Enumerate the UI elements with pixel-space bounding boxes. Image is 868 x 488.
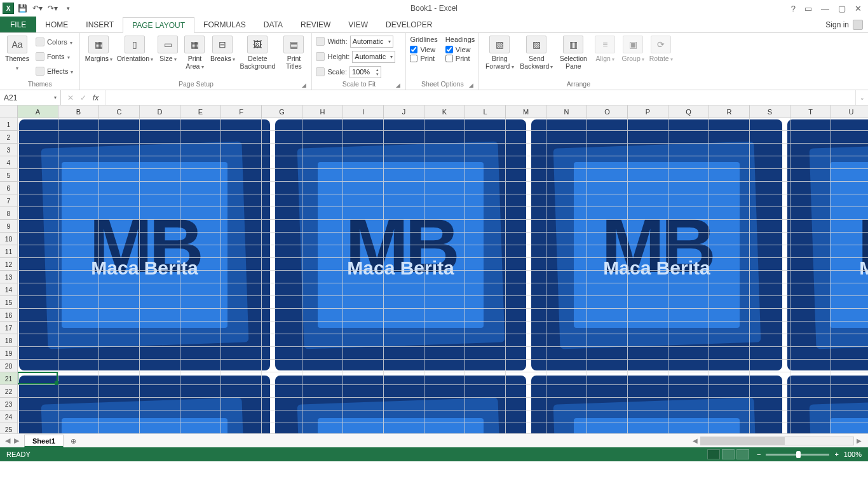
- qat-undo-icon[interactable]: ↶▾: [31, 1, 44, 15]
- column-header[interactable]: I: [343, 105, 384, 118]
- headings-print-checkbox[interactable]: Print: [445, 55, 475, 62]
- row-header[interactable]: 7: [0, 194, 18, 207]
- row-header[interactable]: 25: [0, 423, 18, 433]
- row-header[interactable]: 1: [0, 118, 18, 131]
- zoom-in-button[interactable]: +: [834, 451, 838, 458]
- column-header[interactable]: T: [790, 105, 831, 118]
- fx-icon[interactable]: fx: [93, 93, 98, 102]
- zoom-out-button[interactable]: −: [757, 451, 761, 458]
- ribbon-display-icon[interactable]: ▭: [804, 4, 812, 13]
- fill-handle[interactable]: [55, 381, 58, 385]
- selected-cell[interactable]: [17, 372, 58, 384]
- selection-pane-button[interactable]: ▥Selection Pane: [557, 34, 590, 70]
- scroll-right-icon[interactable]: ▶: [854, 437, 864, 444]
- row-header[interactable]: 5: [0, 169, 18, 182]
- column-header[interactable]: E: [180, 105, 221, 118]
- column-header[interactable]: M: [506, 105, 546, 118]
- row-headers[interactable]: 1234567891011121314151617181920212223242…: [0, 118, 18, 433]
- height-select[interactable]: Automatic▾: [352, 51, 395, 63]
- column-header[interactable]: P: [628, 105, 668, 118]
- row-header[interactable]: 2: [0, 131, 18, 144]
- tab-review[interactable]: REVIEW: [292, 17, 339, 32]
- tab-insert[interactable]: INSERT: [77, 17, 123, 32]
- column-header[interactable]: R: [709, 105, 750, 118]
- view-page-layout-button[interactable]: [722, 449, 735, 459]
- sheet-nav-next-icon[interactable]: ▶: [14, 437, 19, 445]
- colors-button[interactable]: Colors: [33, 36, 76, 48]
- tab-data[interactable]: DATA: [255, 17, 292, 32]
- headings-view-checkbox[interactable]: View: [445, 46, 475, 53]
- effects-button[interactable]: Effects: [33, 65, 76, 78]
- column-header[interactable]: F: [221, 105, 262, 118]
- page-setup-dialog-launcher[interactable]: ◢: [301, 82, 308, 88]
- row-header[interactable]: 11: [0, 245, 18, 258]
- qat-save-icon[interactable]: 💾: [15, 1, 29, 15]
- zoom-level[interactable]: 100%: [844, 451, 862, 458]
- breaks-button[interactable]: ⊟Breaks: [210, 34, 235, 64]
- column-header[interactable]: A: [18, 105, 58, 118]
- row-header[interactable]: 10: [0, 233, 18, 245]
- scale-spinner[interactable]: 100%▴▾: [349, 66, 381, 78]
- column-header[interactable]: H: [302, 105, 343, 118]
- column-header[interactable]: K: [424, 105, 465, 118]
- align-button[interactable]: ≡Align: [592, 34, 618, 64]
- send-backward-button[interactable]: ▨Send Backward: [519, 34, 554, 71]
- row-header[interactable]: 4: [0, 156, 18, 169]
- view-normal-button[interactable]: [707, 449, 720, 459]
- tab-page-layout[interactable]: PAGE LAYOUT: [123, 17, 194, 33]
- gridlines-print-checkbox[interactable]: Print: [410, 55, 437, 62]
- row-header[interactable]: 22: [0, 385, 18, 398]
- print-area-button[interactable]: ▦Print Area: [182, 34, 207, 71]
- horizontal-scrollbar[interactable]: ◀ ▶: [690, 436, 868, 446]
- tab-view[interactable]: VIEW: [339, 17, 377, 32]
- file-tab[interactable]: FILE: [0, 17, 36, 32]
- row-header[interactable]: 3: [0, 144, 18, 156]
- tab-formulas[interactable]: FORMULAS: [194, 17, 255, 32]
- orientation-button[interactable]: ▯Orientation: [116, 34, 154, 64]
- tab-developer[interactable]: DEVELOPER: [377, 17, 441, 32]
- row-header[interactable]: 13: [0, 271, 18, 283]
- group-button[interactable]: ▣Group: [620, 34, 646, 64]
- expand-formula-bar-icon[interactable]: ⌄: [855, 90, 868, 105]
- column-headers[interactable]: ABCDEFGHIJKLMNOPQRSTU: [18, 105, 868, 118]
- sheet-options-dialog-launcher[interactable]: ◢: [468, 82, 475, 88]
- column-header[interactable]: L: [465, 105, 506, 118]
- row-header[interactable]: 17: [0, 322, 18, 334]
- sheet-tab-active[interactable]: Sheet1: [24, 435, 64, 447]
- minimize-icon[interactable]: —: [821, 4, 829, 13]
- column-header[interactable]: J: [384, 105, 424, 118]
- bring-forward-button[interactable]: ▧Bring Forward: [483, 34, 516, 71]
- column-header[interactable]: N: [546, 105, 587, 118]
- row-header[interactable]: 24: [0, 410, 18, 423]
- cells-area[interactable]: MBMaca BeritaMBMaca BeritaMBMaca BeritaM…: [18, 118, 868, 433]
- gridlines-view-checkbox[interactable]: View: [410, 46, 437, 53]
- accept-formula-icon[interactable]: ✓: [80, 93, 86, 102]
- width-select[interactable]: Automatic▾: [350, 36, 393, 48]
- rotate-button[interactable]: ⟳Rotate: [648, 34, 674, 64]
- fonts-button[interactable]: Fonts: [33, 50, 76, 63]
- new-sheet-button[interactable]: ⊕: [66, 435, 80, 447]
- column-header[interactable]: Q: [668, 105, 709, 118]
- row-header[interactable]: 23: [0, 398, 18, 410]
- row-header[interactable]: 9: [0, 220, 18, 233]
- tab-home[interactable]: HOME: [36, 17, 77, 32]
- view-page-break-button[interactable]: [736, 449, 749, 459]
- column-header[interactable]: O: [587, 105, 628, 118]
- row-header[interactable]: 15: [0, 296, 18, 309]
- row-header[interactable]: 8: [0, 207, 18, 220]
- column-header[interactable]: C: [99, 105, 140, 118]
- row-header[interactable]: 20: [0, 360, 18, 372]
- row-header[interactable]: 16: [0, 309, 18, 322]
- name-box[interactable]: A21 ▾: [0, 90, 61, 105]
- row-header[interactable]: 18: [0, 334, 18, 347]
- select-all-corner[interactable]: [0, 105, 18, 118]
- zoom-slider[interactable]: [766, 454, 829, 456]
- scroll-left-icon[interactable]: ◀: [690, 437, 700, 444]
- column-header[interactable]: G: [262, 105, 302, 118]
- qat-redo-icon[interactable]: ↷▾: [46, 1, 60, 15]
- themes-button[interactable]: Aa Themes: [4, 34, 31, 72]
- help-icon[interactable]: ?: [791, 4, 796, 13]
- cancel-formula-icon[interactable]: ✕: [67, 93, 74, 102]
- row-header[interactable]: 12: [0, 258, 18, 271]
- row-header[interactable]: 19: [0, 347, 18, 360]
